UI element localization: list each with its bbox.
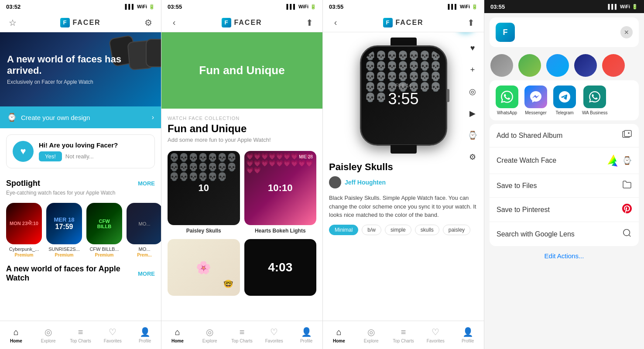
contacts-row-4 [484, 51, 644, 80]
create-banner-1[interactable]: ⌚ Create your own design › [0, 106, 161, 128]
facer-logo-3[interactable]: F FACER [383, 18, 423, 27]
messenger-label: Messenger [525, 110, 546, 115]
add-shared-album-action[interactable]: Add to Shared Album [490, 124, 639, 147]
heart-action-btn[interactable]: ♥ [466, 41, 480, 55]
contact-avatar-4[interactable] [574, 54, 597, 77]
edit-actions-link[interactable]: Edit Actions... [484, 246, 644, 266]
tab-favorites-1[interactable]: ♡ Favorites [96, 321, 129, 349]
status-time-2: 03:55 [168, 3, 182, 10]
favorites-label-2: Favorites [265, 339, 283, 343]
profile-icon-3: 👤 [462, 327, 473, 337]
create-watch-face-action[interactable]: Create Watch Face [490, 147, 639, 174]
facer-logo-1[interactable]: F FACER [60, 18, 100, 27]
tab-favorites-2[interactable]: ♡ Favorites [258, 321, 290, 349]
tab-favorites-3[interactable]: ♡ Favorites [419, 321, 452, 349]
tab-home-1[interactable]: ⌂ Home [0, 321, 32, 349]
wf-anim-emoji2: 🤓 [223, 279, 233, 289]
scroll-content-2: Fun and Unique WATCH FACE COLLECTION Fun… [161, 32, 322, 349]
status-bar-2: 03:55 ▌▌▌ WiFi 🔋 [161, 0, 322, 13]
watch-card-cyberpunk[interactable]: Cyberpunk_... Premium [6, 203, 42, 257]
battery-icon-2: 🔋 [310, 4, 316, 10]
sync-action-btn[interactable]: ◎ [466, 85, 480, 99]
share-icon-2[interactable]: ⬆ [303, 17, 316, 28]
yes-button-1[interactable]: Yes! [39, 151, 62, 161]
facer-logo-2[interactable]: F FACER [222, 18, 262, 27]
home-icon-3: ⌂ [336, 327, 342, 337]
share-messenger[interactable]: Messenger [524, 86, 547, 115]
tab-charts-3[interactable]: ≡ Top Charts [387, 321, 420, 349]
tab-home-3[interactable]: ⌂ Home [323, 321, 355, 349]
tag-bw[interactable]: b/w [362, 225, 381, 235]
explore-icon-1: ◎ [45, 327, 52, 337]
tab-charts-2[interactable]: ≡ Top Charts [226, 321, 258, 349]
tag-skulls[interactable]: skulls [415, 225, 439, 235]
wf-dark-card[interactable] [244, 239, 317, 296]
charts-label-1: Top Charts [70, 339, 91, 343]
not-really-button-1[interactable]: Not really... [65, 151, 94, 161]
big-watch-container: 💀💀💀💀💀💀💀💀💀💀💀💀💀💀💀💀💀💀💀💀💀💀💀💀💀💀💀💀💀💀 FEB 14 3:… [360, 45, 447, 146]
tag-simple[interactable]: simple [385, 225, 411, 235]
save-pinterest-action[interactable]: Save to Pinterest [490, 198, 639, 222]
share-wabiz[interactable]: WA Business [582, 86, 608, 115]
add-action-btn[interactable]: + [466, 63, 480, 77]
explore-label-1: Explore [41, 339, 56, 343]
svg-point-5 [623, 229, 630, 236]
watch-card-cfw[interactable]: CFWBILLB CFW BILLB... Premium [86, 203, 122, 257]
save-files-action[interactable]: Save to Files [490, 174, 639, 198]
tab-profile-3[interactable]: 👤 Profile [452, 321, 484, 349]
watch-badge-cfw: Premium [95, 253, 114, 257]
contact-avatar-5[interactable] [602, 54, 625, 77]
wf-anim-card[interactable]: 🌸 🤓 [168, 239, 240, 296]
watch-card-mo[interactable]: MO... MO... Prem... [127, 203, 161, 257]
contact-avatar-1[interactable] [490, 54, 513, 77]
status-bar-4: 03:55 ▌▌▌ WiFi 🔋 [484, 0, 644, 13]
tag-paisley[interactable]: paisley [443, 225, 470, 235]
facer-logo-text-2: FACER [234, 19, 262, 27]
wabiz-label: WA Business [582, 110, 608, 115]
tab-explore-2[interactable]: ◎ Explore [194, 321, 226, 349]
google-lens-icon [622, 228, 632, 240]
signal-icon-3: ▌▌▌ [448, 4, 458, 9]
tab-home-2[interactable]: ⌂ Home [161, 321, 194, 349]
star-icon-1[interactable]: ☆ [6, 17, 19, 28]
watch-action-btn[interactable]: ⌚ [466, 128, 480, 142]
nav-bar-1: ☆ F FACER ⚙ [0, 13, 161, 32]
profile-label-1: Profile [139, 339, 151, 343]
watch-desc-3: Black Paisley Skulls. Simple Apple Watch… [329, 194, 478, 219]
play-action-btn[interactable]: ▶ [466, 106, 480, 120]
gear-action-btn[interactable]: ⚙ [466, 150, 480, 164]
tab-charts-1[interactable]: ≡ Top Charts [65, 321, 97, 349]
back-icon-3[interactable]: ‹ [329, 17, 342, 27]
share-icon-3[interactable]: ⬆ [465, 17, 478, 28]
create-text-1: Create your own design [21, 114, 147, 121]
contact-avatar-3[interactable] [546, 54, 569, 77]
settings-icon-1[interactable]: ⚙ [142, 17, 155, 28]
share-whatsapp[interactable]: WhatsApp [496, 86, 518, 115]
wf-card-hearts[interactable]: 💗💗💗💗💗💗💗💗💗💗💗💗💗💗💗💗💗💗💗💗 MIE 28 10:10 Hearts… [244, 151, 317, 235]
tab-explore-1[interactable]: ◎ Explore [32, 321, 65, 349]
wf-card-skulls[interactable]: 💀💀💀💀💀💀💀💀💀💀💀💀💀💀💀💀💀💀💀💀 10 Paisley Skulls [168, 151, 240, 235]
home-icon-2: ⌂ [175, 327, 180, 337]
back-icon-2[interactable]: ‹ [168, 17, 181, 27]
wabiz-icon [583, 86, 606, 108]
status-time-1: 03:52 [6, 3, 21, 10]
new-world-more-1[interactable]: MORE [138, 270, 155, 277]
facer-logo-text-3: FACER [395, 19, 423, 27]
contact-avatar-2[interactable] [518, 54, 541, 77]
tab-explore-3[interactable]: ◎ Explore [355, 321, 387, 349]
close-share-button[interactable]: ✕ [620, 26, 633, 38]
status-icons-2: ▌▌▌ WiFi 🔋 [286, 4, 316, 10]
collection-title-2: Fun and Unique [168, 123, 316, 135]
tab-profile-2[interactable]: 👤 Profile [290, 321, 322, 349]
share-telegram[interactable]: Telegram [553, 86, 576, 115]
wf-skulls-display: 💀💀💀💀💀💀💀💀💀💀💀💀💀💀💀💀💀💀💀💀 10 [168, 151, 240, 225]
spotlight-more-1[interactable]: MORE [138, 180, 155, 187]
author-name-3[interactable]: Jeff Houghten [345, 179, 386, 186]
watch-card-sunrise[interactable]: MER 18 17:59 SUNRISE2S... Premium [46, 203, 82, 257]
google-lens-action[interactable]: Search with Google Lens [490, 222, 639, 246]
telegram-label: Telegram [555, 110, 573, 115]
tag-minimal[interactable]: Minimal [329, 225, 358, 235]
watch-face-grid-2: 💀💀💀💀💀💀💀💀💀💀💀💀💀💀💀💀💀💀💀💀 10 Paisley Skulls 💗… [161, 147, 322, 239]
google-lens-label: Search with Google Lens [497, 230, 622, 238]
tab-profile-1[interactable]: 👤 Profile [129, 321, 161, 349]
